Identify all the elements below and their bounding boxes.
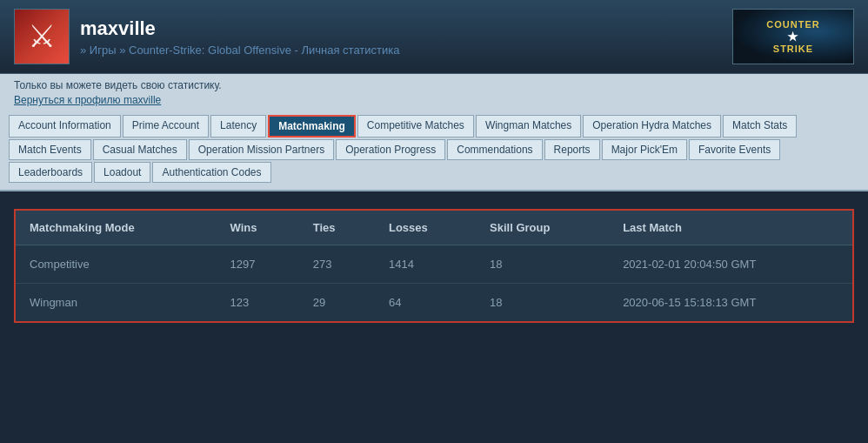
header-left: ⚔ maxville » Игры » Counter-Strike: Glob… — [14, 9, 400, 64]
sub-header: Только вы можете видеть свою статистику.… — [0, 74, 868, 111]
cell-last_match: 2020-06-15 15:18:13 GMT — [609, 284, 852, 322]
breadcrumb-game: Counter-Strike: Global Offensive — [129, 44, 291, 57]
col-header-losses: Losses — [375, 211, 476, 245]
page-header: ⚔ maxville » Игры » Counter-Strike: Glob… — [0, 0, 868, 74]
tab-wingman-matches[interactable]: Wingman Matches — [476, 115, 581, 138]
table-header: Matchmaking ModeWinsTiesLossesSkill Grou… — [16, 211, 852, 245]
tab-competitive-matches[interactable]: Competitive Matches — [357, 115, 474, 138]
col-header-skill_group: Skill Group — [476, 211, 609, 245]
cell-skill_group: 18 — [476, 284, 609, 322]
tab-authentication-codes[interactable]: Authentication Codes — [152, 162, 270, 183]
tab-loadout[interactable]: Loadout — [94, 162, 150, 183]
cell-wins: 1297 — [217, 245, 299, 284]
cell-mode: Competitive — [16, 245, 217, 284]
tab-casual-matches[interactable]: Casual Matches — [93, 139, 187, 160]
cell-losses: 64 — [375, 284, 476, 322]
table-row: Wingman1232964182020-06-15 15:18:13 GMT — [16, 284, 852, 322]
breadcrumb-separator: » — [80, 44, 86, 57]
tab-prime-account[interactable]: Prime Account — [123, 115, 209, 138]
stats-table: Matchmaking ModeWinsTiesLossesSkill Grou… — [16, 211, 852, 321]
cell-mode: Wingman — [16, 284, 217, 322]
breadcrumb-games: Игры — [90, 44, 117, 57]
tabs-row-1: Account InformationPrime AccountLatencyM… — [9, 115, 859, 138]
breadcrumb-page: Личная статистика — [301, 44, 399, 57]
breadcrumb-sep2: » — [119, 44, 129, 57]
back-link[interactable]: Вернуться к профилю maxville — [14, 94, 854, 106]
tabs-section: Account InformationPrime AccountLatencyM… — [0, 111, 868, 191]
tab-leaderboards[interactable]: Leaderboards — [9, 162, 92, 183]
cell-ties: 29 — [299, 284, 375, 322]
tabs-row-2: Match EventsCasual MatchesOperation Miss… — [9, 139, 859, 160]
col-header-mode: Matchmaking Mode — [16, 211, 217, 245]
cell-last_match: 2021-02-01 20:04:50 GMT — [609, 245, 852, 284]
tab-major-pickem[interactable]: Major Pick'Em — [602, 139, 687, 160]
username: maxville — [80, 17, 400, 40]
tab-operation-progress[interactable]: Operation Progress — [336, 139, 445, 160]
tabs-row-3: LeaderboardsLoadoutAuthentication Codes — [9, 162, 859, 183]
tab-match-events[interactable]: Match Events — [9, 139, 91, 160]
cell-losses: 1414 — [375, 245, 476, 284]
avatar: ⚔ — [14, 9, 70, 64]
col-header-last_match: Last Match — [609, 211, 852, 245]
tab-reports[interactable]: Reports — [544, 139, 600, 160]
cell-wins: 123 — [217, 284, 299, 322]
table-row: Competitive12972731414182021-02-01 20:04… — [16, 245, 852, 284]
table-header-row: Matchmaking ModeWinsTiesLossesSkill Grou… — [16, 211, 852, 245]
tab-latency[interactable]: Latency — [210, 115, 266, 138]
main-content: Matchmaking ModeWinsTiesLossesSkill Grou… — [0, 191, 868, 340]
breadcrumb: » Игры » Counter-Strike: Global Offensiv… — [80, 44, 400, 57]
game-logo: COUNTER ★ STRIKE — [732, 9, 854, 64]
cell-ties: 273 — [299, 245, 375, 284]
cell-skill_group: 18 — [476, 245, 609, 284]
tab-match-stats[interactable]: Match Stats — [723, 115, 797, 138]
tab-account-information[interactable]: Account Information — [9, 115, 121, 138]
tab-commendations[interactable]: Commendations — [447, 139, 542, 160]
notice-text: Только вы можете видеть свою статистику. — [14, 79, 854, 91]
tab-matchmaking[interactable]: Matchmaking — [268, 115, 356, 138]
game-logo-text: COUNTER ★ STRIKE — [766, 19, 819, 54]
col-header-ties: Ties — [299, 211, 375, 245]
header-info: maxville » Игры » Counter-Strike: Global… — [80, 17, 400, 57]
avatar-image: ⚔ — [28, 18, 56, 55]
stats-table-container: Matchmaking ModeWinsTiesLossesSkill Grou… — [14, 209, 854, 323]
tab-operation-mission-partners[interactable]: Operation Mission Partners — [189, 139, 334, 160]
table-body: Competitive12972731414182021-02-01 20:04… — [16, 245, 852, 322]
tab-operation-hydra-matches[interactable]: Operation Hydra Matches — [583, 115, 721, 138]
tab-favorite-events[interactable]: Favorite Events — [689, 139, 780, 160]
col-header-wins: Wins — [217, 211, 299, 245]
